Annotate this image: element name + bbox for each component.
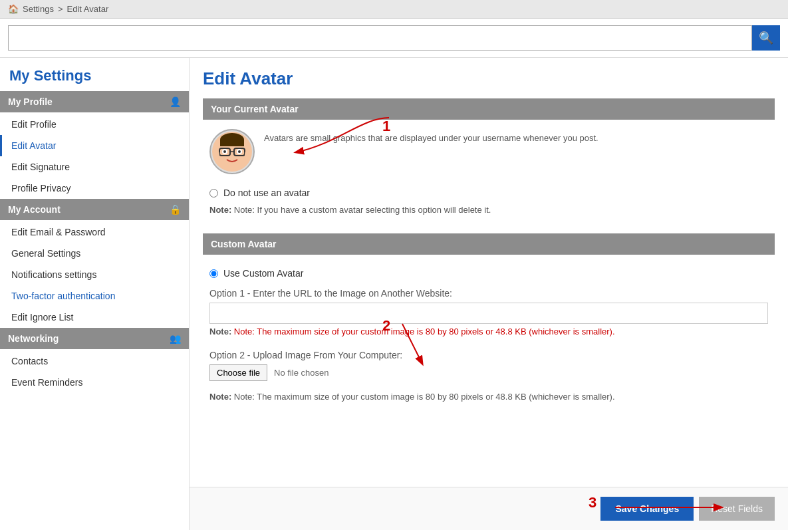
- svg-point-10: [213, 150, 219, 159]
- sidebar-item-notifications-settings[interactable]: Notifications settings: [0, 264, 189, 285]
- no-avatar-option: Do not use an avatar: [203, 184, 775, 202]
- svg-point-11: [245, 150, 251, 159]
- current-avatar-section: Your Current Avatar: [203, 98, 775, 221]
- page-title: Edit Avatar: [203, 68, 775, 89]
- reset-fields-button[interactable]: Reset Fields: [699, 497, 775, 521]
- sidebar-section-my-profile: My Profile 👤: [0, 91, 189, 112]
- breadcrumb-separator: >: [58, 4, 63, 14]
- sidebar-item-edit-profile[interactable]: Edit Profile: [0, 114, 189, 135]
- sidebar: My Settings My Profile 👤 Edit Profile Ed…: [0, 58, 190, 530]
- sidebar-item-general-settings[interactable]: General Settings: [0, 243, 189, 264]
- use-custom-avatar-option: Use Custom Avatar: [203, 264, 775, 283]
- upload-option: Option 2 - Upload Image From Your Comput…: [203, 343, 775, 385]
- sidebar-item-edit-signature[interactable]: Edit Signature: [0, 156, 189, 178]
- sidebar-title: My Settings: [0, 58, 189, 91]
- breadcrumb-current: Edit Avatar: [67, 4, 109, 14]
- no-avatar-note: Note: Note: If you have a custom avatar …: [203, 202, 775, 221]
- breadcrumb-settings: Settings: [23, 4, 54, 14]
- networking-icon: 👥: [170, 333, 181, 344]
- search-button[interactable]: 🔍: [752, 25, 780, 51]
- use-custom-avatar-radio[interactable]: [209, 269, 218, 278]
- content-area: Edit Avatar Your Current Avatar: [190, 58, 788, 487]
- sidebar-item-edit-avatar[interactable]: Edit Avatar: [0, 135, 189, 156]
- search-bar: 🔍: [0, 19, 788, 58]
- annotation-3: 3: [589, 494, 596, 511]
- sidebar-section-my-account: My Account 🔒: [0, 199, 189, 220]
- sidebar-item-event-reminders[interactable]: Event Reminders: [0, 372, 189, 393]
- use-custom-avatar-label: Use Custom Avatar: [223, 268, 303, 279]
- file-row: Choose file No file chosen: [209, 364, 768, 381]
- svg-rect-2: [220, 140, 244, 146]
- save-changes-button[interactable]: Save Changes: [600, 497, 694, 521]
- bottom-bar: 3 Save Changes Reset Fields: [190, 487, 788, 530]
- avatar-description: Avatars are small graphics that are disp…: [264, 129, 598, 143]
- custom-avatar-header: Custom Avatar: [203, 233, 775, 255]
- no-avatar-label: Do not use an avatar: [223, 188, 310, 198]
- custom-avatar-section: Custom Avatar Use Custom Avatar Option 1…: [203, 233, 775, 408]
- url-input[interactable]: [209, 303, 768, 324]
- sidebar-section-networking: Networking 👥: [0, 328, 189, 349]
- lock-icon: 🔒: [170, 204, 181, 215]
- svg-point-9: [238, 150, 241, 153]
- no-avatar-radio[interactable]: [209, 189, 218, 198]
- size-note-2: Note: Note: The maximum size of your cus…: [203, 385, 775, 408]
- search-input[interactable]: [8, 25, 752, 51]
- no-file-text: No file chosen: [274, 368, 328, 378]
- profile-icon: 👤: [170, 96, 181, 107]
- avatar: [209, 129, 255, 174]
- current-avatar-header: Your Current Avatar: [203, 98, 775, 120]
- sidebar-item-profile-privacy[interactable]: Profile Privacy: [0, 178, 189, 199]
- choose-file-button[interactable]: Choose file: [209, 364, 267, 381]
- option1-label: Option 1 - Enter the URL to the Image on…: [203, 283, 775, 303]
- main-layout: My Settings My Profile 👤 Edit Profile Ed…: [0, 58, 788, 530]
- size-note-1: Note: Note: The maximum size of your cus…: [203, 324, 775, 343]
- sidebar-item-contacts[interactable]: Contacts: [0, 350, 189, 372]
- sidebar-item-edit-email-password[interactable]: Edit Email & Password: [0, 221, 189, 243]
- svg-point-8: [223, 150, 226, 153]
- sidebar-item-two-factor[interactable]: Two-factor authentication: [0, 285, 189, 307]
- option2-label: Option 2 - Upload Image From Your Comput…: [209, 350, 768, 360]
- home-icon: 🏠: [8, 4, 19, 14]
- sidebar-item-edit-ignore-list[interactable]: Edit Ignore List: [0, 307, 189, 328]
- breadcrumb: 🏠 Settings > Edit Avatar: [0, 0, 788, 19]
- avatar-display-block: Avatars are small graphics that are disp…: [203, 129, 775, 174]
